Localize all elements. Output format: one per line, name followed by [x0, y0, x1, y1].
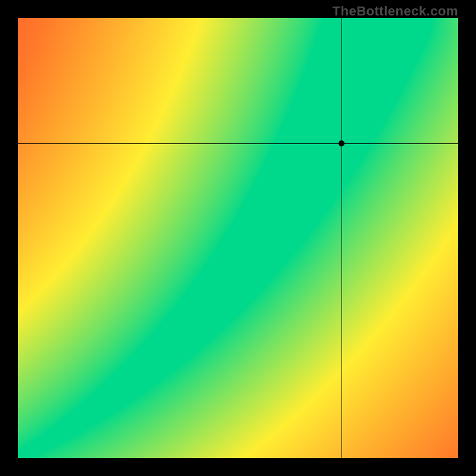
- watermark-text: TheBottleneck.com: [333, 4, 458, 19]
- crosshair-horizontal: [18, 143, 458, 144]
- bottleneck-heatmap: [18, 18, 458, 458]
- crosshair-vertical: [342, 18, 342, 458]
- chart-frame: TheBottleneck.com: [0, 0, 476, 476]
- selection-marker: [339, 140, 345, 146]
